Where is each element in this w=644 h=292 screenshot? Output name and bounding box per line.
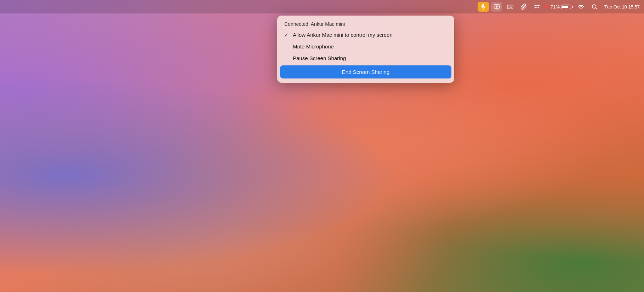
mute-microphone-menu-item[interactable]: Mute Microphone — [277, 41, 454, 52]
connected-label: Connected: Ankur Mac mini — [277, 18, 454, 29]
status-dot-icon — [545, 5, 548, 8]
menubar: 71% Tue Oct 10 15: — [0, 0, 644, 13]
checkmark-icon: ✓ — [284, 32, 290, 38]
search-menubar-icon[interactable] — [589, 2, 600, 12]
allow-control-menu-item[interactable]: ✓ Allow Ankur Mac mini to control my scr… — [277, 29, 454, 41]
attachment-svg-icon — [520, 4, 527, 10]
end-screen-sharing-label: End Screen Sharing — [342, 69, 389, 75]
connected-text: Connected: Ankur Mac mini — [284, 21, 345, 27]
svg-point-11 — [535, 5, 536, 6]
end-screen-sharing-button[interactable]: End Screen Sharing — [280, 65, 451, 78]
microphone-menubar-icon[interactable] — [478, 2, 489, 12]
search-svg-icon — [591, 4, 598, 10]
keyboard-svg-icon — [507, 4, 513, 10]
wifi-svg-icon — [578, 4, 584, 10]
battery-tip — [572, 6, 573, 8]
microphone-svg-icon — [480, 4, 486, 10]
allow-control-label: Allow Ankur Mac mini to control my scree… — [293, 32, 393, 38]
control-center-menubar-icon[interactable] — [531, 2, 543, 12]
battery-section: 71% — [551, 4, 573, 10]
svg-rect-3 — [507, 5, 513, 9]
battery-fill — [562, 6, 568, 8]
screen-sharing-svg-icon — [494, 4, 500, 10]
svg-line-20 — [595, 8, 597, 9]
wifi-menubar-icon[interactable] — [575, 2, 587, 12]
pause-screen-sharing-menu-item[interactable]: Pause Screen Sharing — [277, 52, 454, 64]
mute-microphone-label: Mute Microphone — [293, 43, 334, 49]
battery-percent-label: 71% — [551, 4, 560, 10]
control-center-svg-icon — [534, 4, 540, 10]
battery-icon — [561, 5, 573, 9]
keyboard-menubar-icon[interactable] — [505, 2, 516, 12]
screen-sharing-dropdown: Connected: Ankur Mac mini ✓ Allow Ankur … — [277, 16, 454, 83]
attachment-menubar-icon[interactable] — [518, 2, 529, 12]
pause-screen-sharing-label: Pause Screen Sharing — [293, 55, 346, 61]
battery-body — [561, 5, 571, 9]
svg-point-14 — [538, 7, 539, 8]
screen-sharing-menubar-icon[interactable] — [491, 2, 502, 12]
datetime-label: Tue Oct 10 15:57 — [604, 4, 640, 10]
svg-point-13 — [535, 7, 536, 8]
